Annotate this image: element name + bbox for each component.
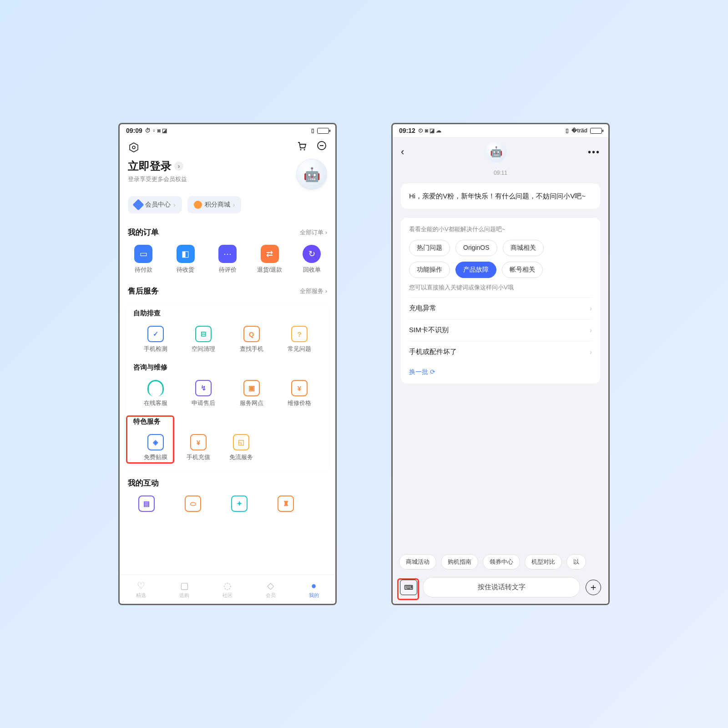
orders-title: 我的订单 xyxy=(128,227,159,238)
sim-icon-2: ▯ xyxy=(566,127,569,134)
quick-more[interactable]: 以 xyxy=(566,554,586,570)
chip-fault[interactable]: 产品故障 xyxy=(455,262,496,278)
free-film[interactable]: ◈免费贴膜 xyxy=(136,434,175,461)
bottom-tabbar: ♡精选 ▢选购 ◌社区 ◇会员 ●我的 xyxy=(120,575,335,604)
interact-2[interactable]: ⬭ xyxy=(173,495,212,512)
refresh-button[interactable]: 换一批 ⟳ xyxy=(409,363,592,376)
order-pending-pay[interactable]: ▭待付款 xyxy=(127,245,160,274)
tab-shop[interactable]: ▢选购 xyxy=(179,580,189,599)
chat-icon[interactable] xyxy=(316,141,327,154)
comment-icon: ⋯ xyxy=(218,245,237,263)
chevron-right-icon: › xyxy=(590,348,592,356)
quick-compare[interactable]: 机型对比 xyxy=(525,554,562,570)
chip-mall[interactable]: 商城相关 xyxy=(503,240,544,256)
trophy-icon: ♜ xyxy=(278,495,294,512)
order-pending-review[interactable]: ⋯待评价 xyxy=(211,245,244,274)
order-pending-receive[interactable]: ◧待收货 xyxy=(169,245,202,274)
chat-header: ‹ 🤖 ••• xyxy=(393,137,608,167)
tab-featured[interactable]: ♡精选 xyxy=(136,580,146,599)
after-all-link[interactable]: 全部服务 › xyxy=(300,287,327,295)
orders-all-link[interactable]: 全部订单 › xyxy=(300,228,327,237)
more-button[interactable]: ••• xyxy=(588,147,600,157)
aftersales-section-header: 售后服务 全部服务 › xyxy=(120,279,335,299)
phone-topup[interactable]: ¥手机充值 xyxy=(179,434,218,461)
avatar-bot-icon[interactable]: 🤖 xyxy=(296,159,327,190)
points-mall-button[interactable]: 积分商城› xyxy=(187,196,242,213)
recycle-icon: ↻ xyxy=(303,245,321,263)
wallet-icon: ▭ xyxy=(134,245,152,263)
question-sim[interactable]: SIM卡不识别› xyxy=(409,319,592,341)
interact-section-header: 我的互动 xyxy=(120,471,335,491)
settings-hex-icon[interactable] xyxy=(128,142,140,153)
quick-guide[interactable]: 购机指南 xyxy=(441,554,478,570)
chevron-right-icon: › xyxy=(590,304,592,313)
selfcheck-title: 自助排查 xyxy=(129,309,326,318)
question-broken[interactable]: 手机或配件坏了› xyxy=(409,341,592,363)
headset-icon xyxy=(147,380,164,396)
order-recycle[interactable]: ↻回收单 xyxy=(295,245,328,274)
cart-icon[interactable] xyxy=(296,141,307,154)
interact-3[interactable]: ✦ xyxy=(220,495,259,512)
suggestion-panel: 看看全能的小V都能解决什么问题吧~ 热门问题 OriginOS 商城相关 功能操… xyxy=(401,218,600,384)
tab-member[interactable]: ◇会员 xyxy=(266,580,276,599)
faq[interactable]: ?常见问题 xyxy=(280,326,319,353)
find-phone[interactable]: Q查找手机 xyxy=(232,326,271,353)
status-time-2: 09:12 xyxy=(399,127,415,134)
service-point[interactable]: ▣服务网点 xyxy=(232,380,271,407)
chat-avatar-icon: 🤖 xyxy=(485,142,506,162)
chip-account[interactable]: 帐号相关 xyxy=(502,262,543,278)
film-icon: ◈ xyxy=(147,434,164,450)
phone-left: 09:09 ⏱♀◙◪ ▯ 立即登录 › 登录 xyxy=(118,123,337,605)
apply-aftersales[interactable]: ↯申请售后 xyxy=(184,380,223,407)
tab-community[interactable]: ◌社区 xyxy=(222,580,233,599)
battery-icon xyxy=(317,128,329,134)
add-attachment-icon[interactable]: ＋ xyxy=(586,580,601,595)
shield-icon: ✓ xyxy=(147,326,164,342)
search-icon: Q xyxy=(243,326,260,342)
keyboard-toggle-icon[interactable]: ⌨ xyxy=(400,580,417,595)
online-service[interactable]: 在线客服 xyxy=(136,380,175,407)
quick-activity[interactable]: 商城活动 xyxy=(399,554,436,570)
question-charging[interactable]: 充电异常› xyxy=(409,297,592,319)
repair-price[interactable]: ¥维修价格 xyxy=(280,380,319,407)
interact-row: ▤ ⬭ ✦ ♜ xyxy=(120,491,335,541)
interact-title: 我的互动 xyxy=(128,478,159,488)
back-button[interactable]: ‹ xyxy=(401,146,404,158)
chip-hot[interactable]: 热门问题 xyxy=(409,240,450,256)
chevron-right-icon: › xyxy=(174,162,183,171)
data-icon: ◱ xyxy=(233,434,249,450)
login-button[interactable]: 立即登录 › xyxy=(128,159,187,173)
truck-icon: ▣ xyxy=(243,380,260,396)
return-icon: ⇄ xyxy=(261,245,279,263)
tab-mine[interactable]: ●我的 xyxy=(309,581,319,599)
free-data[interactable]: ◱免流服务 xyxy=(222,434,261,461)
svg-point-3 xyxy=(304,149,305,151)
member-center-button[interactable]: 会员中心› xyxy=(128,196,182,213)
login-subtitle: 登录享受更多会员权益 xyxy=(128,175,187,183)
chip-originos[interactable]: OriginOS xyxy=(455,240,497,256)
chip-function[interactable]: 功能操作 xyxy=(409,262,450,278)
orders-row: ▭待付款 ◧待收货 ⋯待评价 ⇄退货/退款 ↻回收单 xyxy=(120,240,335,279)
svg-point-1 xyxy=(132,146,135,149)
aftersales-card: 自助排查 ✓手机检测 ⊟空间清理 Q查找手机 ?常见问题 咨询与维修 在线客服 … xyxy=(126,303,329,471)
phone-check[interactable]: ✓手机检测 xyxy=(136,326,175,353)
quick-coupon[interactable]: 领券中心 xyxy=(483,554,520,570)
clip-icon: ⬭ xyxy=(185,495,201,512)
interact-1[interactable]: ▤ xyxy=(127,495,166,512)
special-row: ◈免费贴膜 ¥手机充值 ◱免流服务 xyxy=(129,430,326,467)
diamond2-icon: ◇ xyxy=(267,580,274,591)
selfcheck-row: ✓手机检测 ⊟空间清理 Q查找手机 ?常见问题 xyxy=(129,321,326,359)
special-title: 特色服务 xyxy=(129,417,326,426)
quick-row: 商城活动 购机指南 领券中心 机型对比 以 xyxy=(393,550,608,574)
profile-row: 立即登录 › 登录享受更多会员权益 🤖 xyxy=(120,157,335,193)
bag-icon: ▢ xyxy=(180,580,189,591)
interact-4[interactable]: ♜ xyxy=(266,495,305,512)
consult-title: 咨询与维修 xyxy=(129,363,326,372)
package-icon: ◧ xyxy=(177,245,195,263)
order-refund[interactable]: ⇄退货/退款 xyxy=(253,245,286,274)
price-icon: ¥ xyxy=(291,380,308,396)
storage-clean[interactable]: ⊟空间清理 xyxy=(184,326,223,353)
voice-input-button[interactable]: 按住说话转文字 xyxy=(423,577,580,597)
top-toolbar xyxy=(120,137,335,157)
svg-point-2 xyxy=(300,149,302,151)
